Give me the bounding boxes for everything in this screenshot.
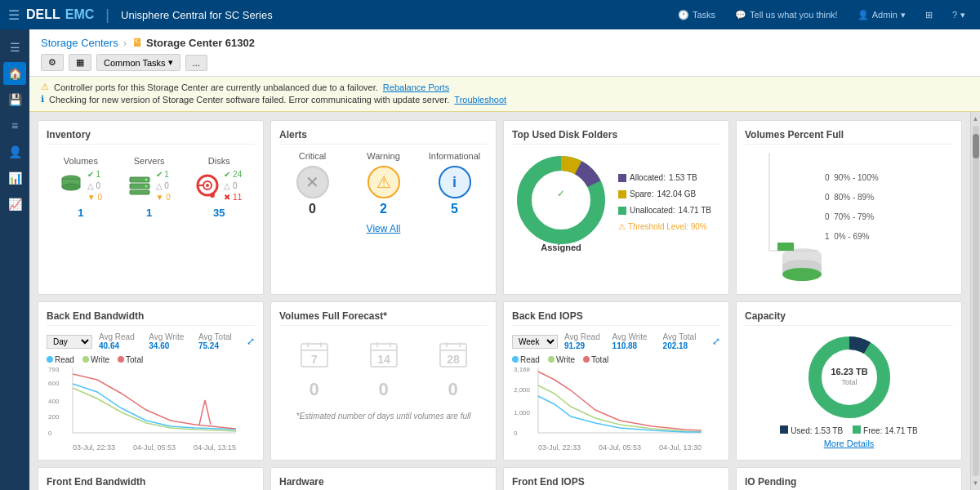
hamburger-icon[interactable]: ☰ bbox=[8, 7, 20, 23]
count-80-89: 0 80% - 89% bbox=[825, 188, 879, 207]
io-pending-title: IO Pending bbox=[745, 476, 953, 490]
capacity-donut: 16.23 TB Total bbox=[804, 332, 894, 422]
view-toggle-button[interactable]: ▦ bbox=[69, 54, 91, 71]
iops-avg-total: Avg Total 202.18 bbox=[663, 332, 706, 350]
disk-chart-area: ✓ Assigned Allocated: 1.53 TB bbox=[512, 151, 720, 249]
svg-rect-20 bbox=[777, 243, 794, 251]
read-legend-dot bbox=[47, 356, 53, 363]
svg-point-56 bbox=[827, 355, 871, 399]
sidebar-item-storage[interactable]: 💾 bbox=[3, 88, 26, 111]
capacity-inner: 16.23 TB Total Used: 1.53 TB Free: 14.71… bbox=[745, 332, 953, 448]
bandwidth-controls: DayWeekMonth Avg Read 40.64 Avg Write 34… bbox=[47, 332, 255, 350]
dashboard-row-1: Inventory Volumes bbox=[38, 120, 962, 295]
bandwidth-avg-write: Avg Write 34.60 bbox=[149, 332, 192, 350]
info-alert-icon: i bbox=[439, 166, 471, 198]
scroll-up-arrow[interactable]: ▲ bbox=[973, 115, 979, 122]
chevron-down-help-icon: ▾ bbox=[960, 10, 965, 20]
bandwidth-title: Back End Bandwidth bbox=[47, 310, 255, 326]
svg-point-11 bbox=[206, 184, 209, 187]
servers-link[interactable]: 1 bbox=[146, 207, 152, 219]
bandwidth-period-select[interactable]: DayWeekMonth bbox=[47, 335, 92, 349]
iops-controls: WeekDayMonth Avg Read 91.29 Avg Write 11… bbox=[512, 332, 720, 350]
bandwidth-x-labels: 03-Jul, 22:33 04-Jul, 05:53 04-Jul, 13:1… bbox=[73, 443, 236, 452]
forecast-7-days: 7 0 bbox=[300, 341, 329, 400]
iops-legend: Read Write Total bbox=[512, 355, 720, 364]
sidebar-item-menu[interactable]: ☰ bbox=[3, 36, 26, 59]
sidebar-item-list[interactable]: ≡ bbox=[3, 114, 26, 137]
servers-yellow: ▼ 0 bbox=[156, 192, 171, 203]
volumes-counts: ✔ 1 △ 0 ▼ 0 bbox=[87, 169, 102, 203]
volumes-green: ✔ 1 bbox=[87, 169, 102, 180]
iops-expand-icon[interactable]: ⤢ bbox=[712, 336, 720, 347]
breadcrumb-root[interactable]: Storage Centers bbox=[41, 37, 118, 49]
svg-text:0: 0 bbox=[48, 430, 52, 437]
dashboard-row-3: Front End Bandwidth Hardware Front End I… bbox=[38, 467, 962, 490]
servers-counts: ✔ 1 △ 0 ▼ 0 bbox=[156, 169, 171, 203]
critical-label: Critical bbox=[279, 151, 345, 161]
more-details-link[interactable]: More Details bbox=[824, 439, 875, 448]
rebalance-ports-link[interactable]: Rebalance Ports bbox=[383, 82, 449, 92]
admin-nav-item[interactable]: 👤 Admin ▾ bbox=[851, 10, 912, 20]
more-options-button[interactable]: ... bbox=[185, 55, 207, 71]
hardware-card: Hardware bbox=[270, 467, 497, 490]
unallocated-legend-val: 14.71 TB bbox=[679, 203, 711, 219]
chevron-down-tasks-icon: ▾ bbox=[168, 57, 173, 68]
clock-icon: 🕐 bbox=[678, 10, 689, 20]
forecast-28-count: 0 bbox=[448, 379, 457, 400]
unallocated-legend-label: Unallocated: bbox=[630, 203, 675, 219]
iops-card: Back End IOPS WeekDayMonth Avg Read 91.2… bbox=[503, 301, 729, 461]
view-all-link[interactable]: View All bbox=[367, 223, 401, 234]
help-nav-item[interactable]: ? ▾ bbox=[946, 10, 972, 20]
write-legend-dot bbox=[82, 356, 89, 363]
volumes-icon bbox=[60, 172, 82, 201]
svg-text:16.23 TB: 16.23 TB bbox=[831, 367, 867, 376]
disks-link[interactable]: 35 bbox=[213, 207, 225, 219]
scroll-down-arrow[interactable]: ▼ bbox=[973, 479, 979, 487]
capacity-card: Capacity 16.23 TB Total bbox=[736, 301, 962, 461]
common-tasks-button[interactable]: Common Tasks ▾ bbox=[96, 54, 180, 71]
sidebar-item-users[interactable]: 👤 bbox=[3, 140, 26, 163]
critical-icon: ✕ bbox=[296, 166, 329, 198]
scroll-handle[interactable] bbox=[973, 134, 979, 158]
bandwidth-expand-icon[interactable]: ⤢ bbox=[247, 336, 255, 347]
settings-button[interactable]: ⚙ bbox=[41, 54, 64, 71]
warning-count-link[interactable]: 2 bbox=[380, 202, 387, 216]
storage-center-icon: 🖥 bbox=[131, 36, 143, 49]
tasks-nav-item[interactable]: 🕐 Tasks bbox=[671, 10, 722, 20]
front-bandwidth-card: Front End Bandwidth bbox=[38, 467, 264, 490]
sidebar-item-home[interactable]: 🏠 bbox=[3, 62, 26, 85]
main-content-area: Storage Centers › 🖥 Storage Center 61302… bbox=[29, 29, 980, 490]
svg-text:28: 28 bbox=[447, 353, 460, 366]
threshold-icon: ⚠ bbox=[618, 222, 626, 231]
sidebar-item-charts[interactable]: 📊 bbox=[3, 167, 26, 189]
total-legend-dot bbox=[118, 356, 124, 363]
connect-nav-item[interactable]: ⊞ bbox=[919, 10, 939, 20]
servers-label: Servers bbox=[134, 156, 165, 166]
info-count-link[interactable]: 5 bbox=[451, 202, 458, 216]
disk-donut-chart: ✓ Assigned bbox=[512, 151, 610, 249]
iops-avg-read: Avg Read 91.29 bbox=[564, 332, 606, 350]
hardware-title: Hardware bbox=[279, 476, 488, 490]
feedback-nav-item[interactable]: 💬 Tell us what you think! bbox=[728, 10, 844, 20]
volumes-bars bbox=[769, 153, 818, 261]
forecast-footer: *Estimated number of days until volumes … bbox=[279, 412, 488, 421]
main-layout: ☰ 🏠 💾 ≡ 👤 📊 📈 Storage Centers › 🖥 Storag… bbox=[0, 29, 980, 490]
sidebar-item-reports[interactable]: 📈 bbox=[3, 193, 26, 216]
troubleshoot-link[interactable]: Troubleshoot bbox=[454, 95, 506, 105]
calendar-14-icon: 14 bbox=[369, 341, 399, 376]
svg-point-12 bbox=[210, 193, 215, 198]
svg-text:0: 0 bbox=[514, 430, 518, 437]
iops-period-select[interactable]: WeekDayMonth bbox=[512, 335, 558, 349]
warning-alert-icon: ⚠ bbox=[368, 166, 400, 198]
volumes-pct-labels: 0 90% - 100% 0 80% - 89% 0 70% - 79% 1 0… bbox=[825, 168, 879, 247]
right-scrollbar[interactable]: ▲ ▼ bbox=[970, 112, 980, 490]
scroll-track[interactable] bbox=[973, 126, 979, 476]
servers-icon bbox=[128, 174, 151, 199]
forecast-icons-area: 7 0 bbox=[279, 332, 488, 408]
svg-point-2 bbox=[62, 184, 80, 190]
left-sidebar: ☰ 🏠 💾 ≡ 👤 📊 📈 bbox=[0, 29, 29, 490]
volumes-link[interactable]: 1 bbox=[78, 207, 83, 219]
svg-point-25 bbox=[782, 268, 822, 281]
servers-gray: △ 0 bbox=[156, 180, 171, 192]
disks-green: ✔ 24 bbox=[224, 169, 242, 180]
